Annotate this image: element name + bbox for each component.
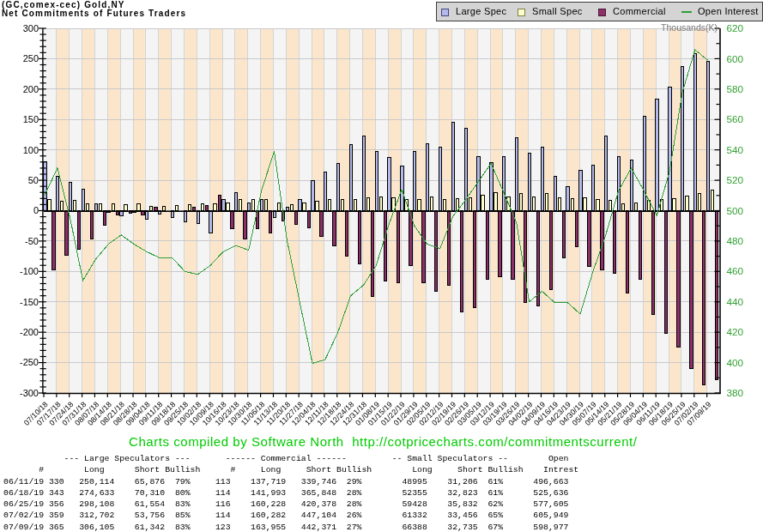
svg-text:440: 440 <box>727 296 744 308</box>
svg-text:380: 380 <box>727 387 744 399</box>
svg-text:-100: -100 <box>20 266 39 276</box>
svg-text:Thousands(K): Thousands(K) <box>661 22 718 33</box>
svg-text:420: 420 <box>727 326 744 338</box>
svg-text:-200: -200 <box>20 327 39 337</box>
svg-text:460: 460 <box>727 265 744 277</box>
svg-text:-150: -150 <box>20 297 39 307</box>
svg-text:-50: -50 <box>25 236 39 246</box>
svg-text:-300: -300 <box>20 388 39 398</box>
svg-text:480: 480 <box>727 235 744 247</box>
svg-text:250: 250 <box>23 53 39 63</box>
svg-text:620: 620 <box>727 22 744 34</box>
svg-text:300: 300 <box>23 23 39 33</box>
svg-text:0: 0 <box>33 205 39 215</box>
svg-text:500: 500 <box>727 205 744 217</box>
svg-text:100: 100 <box>23 145 39 155</box>
svg-text:520: 520 <box>727 174 744 186</box>
svg-text:580: 580 <box>727 83 744 95</box>
svg-text:400: 400 <box>727 357 744 369</box>
svg-text:150: 150 <box>23 114 39 124</box>
svg-text:600: 600 <box>727 53 744 65</box>
svg-text:560: 560 <box>727 113 744 125</box>
svg-text:540: 540 <box>727 144 744 156</box>
svg-text:-250: -250 <box>20 357 39 367</box>
svg-text:200: 200 <box>23 84 39 94</box>
svg-text:50: 50 <box>28 175 39 185</box>
